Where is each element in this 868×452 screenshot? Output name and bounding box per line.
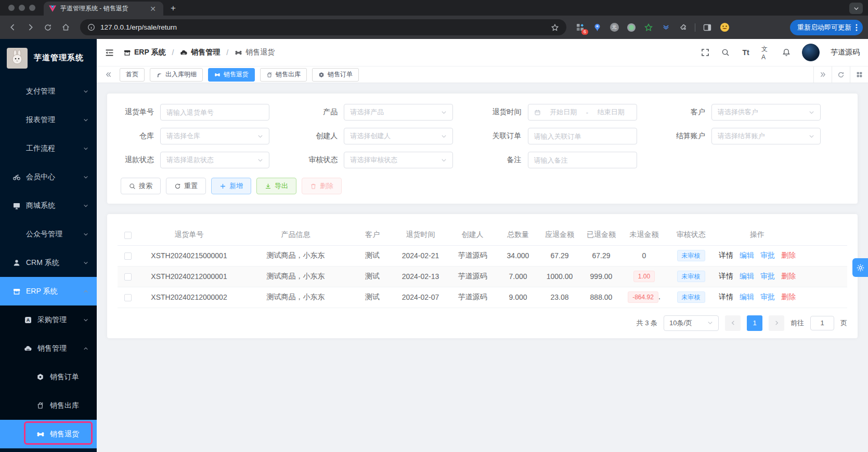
next-page-button[interactable] (769, 315, 784, 331)
font-size-icon[interactable]: Tt (741, 48, 750, 57)
layout-grid-icon[interactable] (850, 67, 868, 83)
row-checkbox[interactable] (124, 252, 132, 260)
sidebar-item-payment[interactable]: 支付管理 (0, 77, 97, 105)
url-text[interactable]: 127.0.0.1/erp/sale/return (100, 23, 546, 31)
window-controls[interactable] (0, 0, 44, 16)
bell-icon[interactable] (782, 48, 791, 57)
page-1-button[interactable]: 1 (747, 315, 762, 331)
forward-button[interactable] (23, 20, 37, 35)
pin-extension-icon[interactable] (592, 22, 602, 33)
tab-sale-order[interactable]: 销售订单 (312, 68, 359, 82)
detail-link[interactable]: 详情 (719, 293, 733, 301)
sidebar-item-sale-out[interactable]: 销售出库 (0, 391, 97, 420)
chevron-down-icon (83, 232, 88, 237)
extension-grid-icon[interactable]: 6 (575, 22, 585, 33)
breadcrumb-item[interactable]: 销售管理 (191, 48, 220, 57)
detail-link[interactable]: 详情 (719, 272, 733, 280)
approve-link[interactable]: 审批 (760, 251, 775, 259)
export-button[interactable]: 导出 (256, 178, 296, 194)
tab-search-button[interactable] (849, 3, 863, 14)
settle-account-select[interactable]: 请选择结算账户 (711, 128, 821, 144)
tab-home[interactable]: 首页 (120, 68, 145, 82)
tab-sale-out[interactable]: 销售出库 (260, 68, 307, 82)
star-extension-icon[interactable] (643, 22, 654, 33)
search-button[interactable]: 搜索 (121, 178, 161, 194)
language-icon[interactable]: 文A (761, 48, 771, 57)
back-button[interactable] (5, 20, 20, 35)
reload-button[interactable] (41, 20, 55, 35)
approve-link[interactable]: 审批 (760, 293, 775, 301)
creator-select[interactable]: 请选择创建人 (344, 128, 453, 144)
minimize-window-button[interactable] (19, 5, 25, 11)
user-avatar[interactable] (802, 44, 820, 61)
home-button[interactable] (58, 20, 73, 35)
maximize-window-button[interactable] (29, 5, 35, 11)
sidebar-item-sale-order[interactable]: 销售订单 (0, 363, 97, 391)
side-panel-icon[interactable] (702, 22, 712, 33)
breadcrumb-item[interactable]: ERP 系统 (134, 48, 165, 57)
bookmark-star-icon[interactable] (551, 23, 559, 32)
customer-select[interactable]: 请选择供客户 (711, 104, 821, 121)
coin-extension-icon[interactable]: 元 (609, 22, 619, 33)
warehouse-select[interactable]: 请选择仓库 (160, 128, 269, 144)
profile-avatar-emoji-icon[interactable] (719, 22, 730, 33)
audit-status-select[interactable]: 请选择审核状态 (344, 152, 453, 168)
theme-settings-button[interactable] (852, 258, 868, 277)
page-size-select[interactable]: 10条/页 (664, 315, 719, 331)
delete-link[interactable]: 删除 (781, 272, 796, 280)
sidebar-item-workflow[interactable]: 工作流程 (0, 134, 97, 163)
refund-status-select[interactable]: 请选择退款状态 (160, 152, 269, 168)
letter-a-icon: A (24, 316, 32, 324)
delete-button[interactable]: 删除 (302, 178, 342, 194)
site-info-icon[interactable] (87, 23, 95, 31)
close-window-button[interactable] (8, 5, 15, 11)
relaunch-update-button[interactable]: 重新启动即可更新 (790, 20, 863, 35)
tabs-scroll-left-icon[interactable] (102, 71, 114, 78)
related-order-input[interactable] (534, 132, 631, 140)
sidebar-item-report[interactable]: 报表管理 (0, 105, 97, 134)
detail-link[interactable]: 详情 (719, 251, 733, 259)
approve-link[interactable]: 审批 (760, 272, 775, 280)
edit-link[interactable]: 编辑 (740, 293, 754, 301)
sidebar-item-official-account[interactable]: 公众号管理 (0, 220, 97, 248)
return-date-range[interactable]: 开始日期 - 结束日期 (528, 104, 637, 121)
product-select[interactable]: 请选择产品 (344, 104, 453, 121)
new-tab-button[interactable]: + (171, 3, 176, 14)
add-button[interactable]: 新增 (211, 178, 251, 194)
delete-link[interactable]: 删除 (781, 251, 796, 259)
sidebar-item-member[interactable]: 会员中心 (0, 163, 97, 191)
sidebar-item-purchase[interactable]: A 采购管理 (0, 305, 97, 334)
collapse-menu-icon[interactable] (105, 48, 114, 57)
url-bar[interactable]: 127.0.0.1/erp/sale/return (80, 19, 566, 35)
select-all-checkbox[interactable] (124, 232, 132, 239)
goto-page-input[interactable] (810, 316, 834, 330)
edit-link[interactable]: 编辑 (740, 272, 754, 280)
dot-extension-icon[interactable] (626, 22, 637, 33)
chevrons-extension-icon[interactable] (660, 22, 671, 33)
toolbar-divider (695, 23, 695, 32)
row-checkbox[interactable] (124, 294, 132, 301)
remark-input[interactable] (534, 156, 631, 164)
sidebar-item-mall[interactable]: 商城系统 (0, 191, 97, 220)
close-tab-icon[interactable]: ✕ (148, 5, 158, 13)
sidebar-item-crm[interactable]: CRM 系统 (0, 248, 97, 277)
row-checkbox[interactable] (124, 273, 132, 281)
extensions-puzzle-icon[interactable] (678, 22, 688, 33)
sidebar-item-sales[interactable]: 销售管理 (0, 334, 97, 363)
prev-page-button[interactable] (725, 315, 741, 331)
search-icon[interactable] (721, 48, 730, 57)
username[interactable]: 芋道源码 (831, 48, 860, 57)
refresh-page-icon[interactable] (832, 67, 850, 83)
return-no-input[interactable] (166, 109, 263, 116)
sidebar-item-erp[interactable]: ERP 系统 (0, 277, 97, 305)
fullscreen-icon[interactable] (701, 48, 710, 57)
tabs-scroll-right-icon[interactable] (813, 67, 832, 83)
sidebar-item-sale-return[interactable]: 销售退货 (0, 420, 97, 448)
reset-button[interactable]: 重置 (166, 178, 206, 194)
tab-sale-return[interactable]: 销售退货 (208, 68, 255, 82)
delete-link[interactable]: 删除 (781, 293, 796, 301)
browser-tab[interactable]: 芋道管理系统 - 销售退货 ✕ (44, 2, 163, 16)
browser-menu-kebab-icon[interactable] (856, 23, 858, 32)
tab-stock-record[interactable]: 出入库明细 (150, 68, 203, 82)
edit-link[interactable]: 编辑 (740, 251, 754, 259)
